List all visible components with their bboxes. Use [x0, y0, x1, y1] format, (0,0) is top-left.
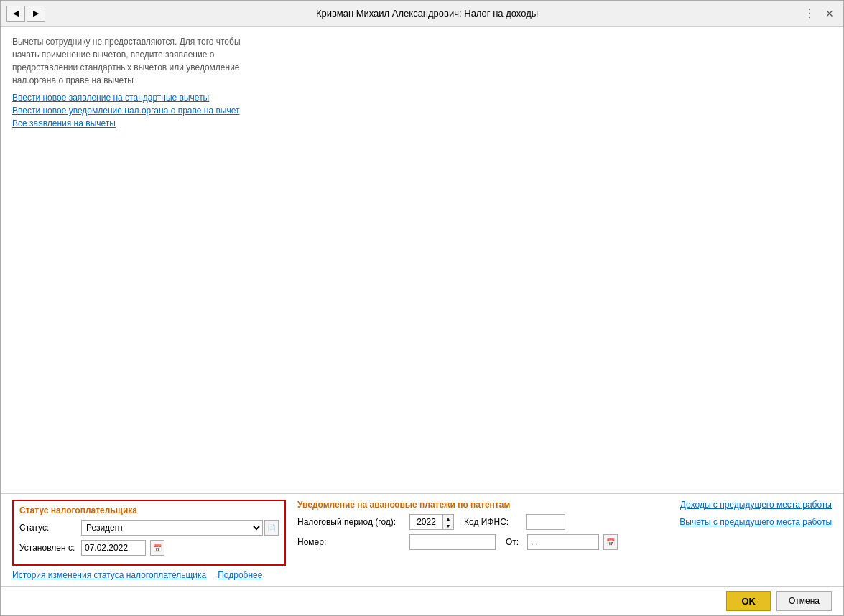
back-button[interactable]: ◀: [6, 6, 25, 22]
year-up-button[interactable]: ▲: [443, 515, 453, 522]
taxpayer-status-box: Статус налогоплательщика Статус: Резиден…: [12, 500, 286, 566]
titlebar: ◀ ▶ Кривман Михаил Александрович: Налог …: [1, 1, 843, 27]
taxpayer-section-title: Статус налогоплательщика: [19, 505, 279, 515]
nav-buttons: ◀ ▶: [6, 6, 45, 22]
previous-income-link[interactable]: Доходы с предыдущего места работы: [680, 500, 832, 510]
year-down-button[interactable]: ▼: [443, 522, 453, 529]
from-label: От:: [506, 537, 520, 547]
ifns-input[interactable]: [526, 514, 565, 530]
advance-section-title: Уведомление на авансовые платежи по пате…: [297, 500, 618, 510]
details-link[interactable]: Подробнее: [218, 570, 262, 580]
status-row: Статус: Резидент Нерезидент Высококвалиф…: [19, 520, 279, 536]
bottom-links-row: История изменения статуса налогоплательщ…: [12, 570, 832, 580]
footer: OK Отмена: [1, 586, 843, 615]
year-input[interactable]: [410, 515, 442, 529]
right-links: Доходы с предыдущего места работы Вычеты…: [680, 500, 832, 530]
set-from-label: Установлен с:: [19, 543, 77, 553]
year-spinner: ▲ ▼: [442, 515, 453, 529]
number-label: Номер:: [297, 537, 405, 547]
more-button[interactable]: ⋮: [802, 6, 817, 22]
previous-deductions-link[interactable]: Вычеты с предыдущего места работы: [680, 517, 832, 527]
status-label: Статус:: [19, 523, 77, 533]
titlebar-actions: ⋮ ✕: [802, 6, 838, 22]
period-row: Налоговый период (год): ▲ ▼ Код ИФНС:: [297, 514, 618, 530]
set-from-input[interactable]: [81, 540, 146, 556]
set-from-row: Установлен с: 📅: [19, 540, 279, 556]
close-button[interactable]: ✕: [822, 6, 838, 22]
year-input-wrapper: ▲ ▼: [409, 514, 454, 530]
from-calendar-button[interactable]: 📅: [603, 534, 618, 550]
main-content: Вычеты сотруднику не предоставляются. Дл…: [1, 27, 843, 493]
status-open-button[interactable]: 📄: [264, 520, 279, 536]
link-new-statement[interactable]: Ввести новое заявление на стандартные вы…: [12, 93, 832, 103]
forward-button[interactable]: ▶: [27, 6, 45, 22]
set-from-calendar-button[interactable]: 📅: [150, 540, 164, 556]
status-history-link[interactable]: История изменения статуса налогоплательщ…: [12, 570, 206, 580]
ok-button[interactable]: OK: [726, 591, 771, 611]
link-all-statements[interactable]: Все заявления на вычеты: [12, 118, 832, 129]
bottom-row: Статус налогоплательщика Статус: Резиден…: [12, 500, 832, 566]
cancel-button[interactable]: Отмена: [776, 591, 832, 611]
advance-section: Уведомление на авансовые платежи по пате…: [297, 500, 618, 554]
status-select[interactable]: Резидент Нерезидент Высококвалифицирован…: [81, 520, 263, 536]
ifns-label: Код ИФНС:: [464, 517, 521, 527]
link-new-notification[interactable]: Ввести новое уведомление нал.органа о пр…: [12, 106, 832, 116]
bottom-section: Статус налогоплательщика Статус: Резиден…: [1, 493, 843, 586]
number-input[interactable]: [409, 534, 496, 550]
status-select-wrapper: Резидент Нерезидент Высококвалифицирован…: [81, 520, 279, 536]
main-window: ◀ ▶ Кривман Михаил Александрович: Налог …: [0, 0, 844, 616]
from-input[interactable]: [527, 534, 599, 550]
info-text: Вычеты сотруднику не предоставляются. Дл…: [12, 35, 242, 87]
window-title: Кривман Михаил Александрович: Налог на д…: [52, 8, 802, 19]
number-row: Номер: От: 📅: [297, 534, 618, 550]
period-label: Налоговый период (год):: [297, 517, 405, 527]
